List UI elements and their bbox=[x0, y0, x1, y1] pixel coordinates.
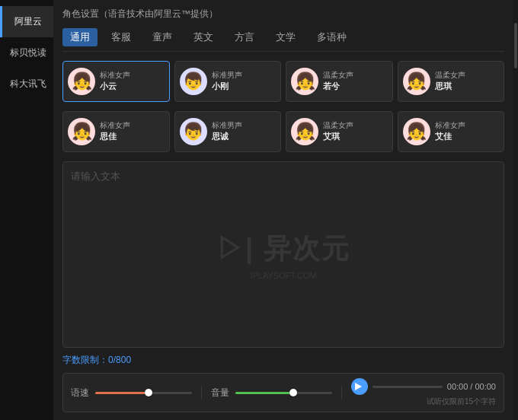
avatar-sicheng: 👦 bbox=[180, 118, 207, 145]
sidebar-item-biaobeiyuedu[interactable]: 标贝悦读 bbox=[0, 37, 53, 68]
speed-thumb[interactable] bbox=[145, 389, 152, 396]
avatar-xiaogang: 👦 bbox=[180, 68, 207, 95]
voice-type-ruoxi: 温柔女声 bbox=[323, 70, 353, 81]
volume-fill bbox=[235, 392, 293, 394]
voice-name-xiaoyun: 小云 bbox=[100, 81, 130, 92]
voice-name-aiqi: 艾琪 bbox=[323, 131, 353, 142]
tab-child[interactable]: 童声 bbox=[145, 28, 180, 46]
tab-multilang[interactable]: 多语种 bbox=[309, 28, 354, 46]
voice-card-sijia[interactable]: 👧 标准女声 思佳 bbox=[62, 111, 170, 152]
voice-type-siqi: 温柔女声 bbox=[435, 70, 465, 81]
volume-control: 音量 bbox=[211, 387, 342, 399]
voice-card-siqi[interactable]: 👧 温柔女声 思琪 bbox=[398, 61, 505, 102]
voice-grid-row1: 👧 标准女声 小云 👦 标准男声 小刚 👧 温柔女声 若兮 bbox=[62, 61, 504, 102]
main-content: 角色设置（语音技术由阿里云™提供） 通用 客服 童声 英文 方言 文学 多语种 … bbox=[53, 0, 513, 420]
tab-english[interactable]: 英文 bbox=[186, 28, 221, 46]
avatar-siqi: 👧 bbox=[403, 68, 430, 95]
volume-slider[interactable] bbox=[235, 392, 332, 394]
text-input-area: ▷| 异次元 IPLAYSOFT.COM bbox=[62, 161, 504, 348]
avatar-xiaoyun: 👧 bbox=[68, 68, 95, 95]
section-title: 角色设置（语音技术由阿里云™提供） bbox=[62, 8, 504, 21]
scrollbar[interactable] bbox=[513, 0, 518, 420]
voice-name-aijia: 艾佳 bbox=[435, 131, 465, 142]
speed-slider[interactable] bbox=[95, 392, 192, 394]
speed-fill bbox=[95, 392, 149, 394]
voice-card-aiqi[interactable]: 👧 温柔女声 艾琪 bbox=[286, 111, 393, 152]
voice-type-xiaoyun: 标准女声 bbox=[100, 70, 130, 81]
voice-type-aiqi: 温柔女声 bbox=[323, 120, 353, 131]
avatar-sijia: 👧 bbox=[68, 118, 95, 145]
voice-card-aijia[interactable]: 👧 标准女声 艾佳 bbox=[398, 111, 505, 152]
voice-type-sijia: 标准女声 bbox=[100, 120, 130, 131]
volume-label: 音量 bbox=[211, 387, 229, 399]
voice-name-ruoxi: 若兮 bbox=[323, 81, 353, 92]
tab-dialect[interactable]: 方言 bbox=[227, 28, 262, 46]
bottom-controls: 语速 音量 00:00 / 00:00 试听仅限前15个字符 bbox=[62, 373, 504, 412]
avatar-aiqi: 👧 bbox=[291, 118, 318, 145]
sidebar: 阿里云 标贝悦读 科大讯飞 bbox=[0, 0, 53, 420]
voice-card-xiaoyun[interactable]: 👧 标准女声 小云 bbox=[62, 61, 170, 102]
voice-type-sicheng: 标准男声 bbox=[212, 120, 242, 131]
voice-name-xiaogang: 小刚 bbox=[212, 81, 242, 92]
speed-label: 语速 bbox=[71, 387, 89, 399]
playback-hint: 试听仅限前15个字符 bbox=[427, 396, 496, 407]
playback-row: 00:00 / 00:00 bbox=[351, 378, 497, 395]
voice-card-xiaogang[interactable]: 👦 标准男声 小刚 bbox=[174, 61, 282, 102]
voice-grid-row2: 👧 标准女声 思佳 👦 标准男声 思诚 👧 温柔女声 艾琪 bbox=[62, 111, 504, 152]
voice-type-aijia: 标准女声 bbox=[435, 120, 465, 131]
playback-group: 00:00 / 00:00 试听仅限前15个字符 bbox=[351, 378, 497, 407]
playback-time: 00:00 / 00:00 bbox=[447, 382, 496, 391]
voice-type-xiaogang: 标准男声 bbox=[212, 70, 242, 81]
voice-name-siqi: 思琪 bbox=[435, 81, 465, 92]
voice-card-ruoxi[interactable]: 👧 温柔女声 若兮 bbox=[286, 61, 393, 102]
play-button[interactable] bbox=[351, 378, 368, 395]
avatar-aijia: 👧 bbox=[403, 118, 430, 145]
text-input[interactable] bbox=[63, 162, 504, 347]
scrollbar-thumb[interactable] bbox=[514, 23, 517, 68]
tab-general[interactable]: 通用 bbox=[62, 28, 98, 46]
volume-thumb[interactable] bbox=[289, 389, 297, 396]
speed-control: 语速 bbox=[71, 387, 202, 399]
sidebar-item-aliyun[interactable]: 阿里云 bbox=[0, 6, 53, 37]
tab-customer[interactable]: 客服 bbox=[104, 28, 139, 46]
voice-card-sicheng[interactable]: 👦 标准男声 思诚 bbox=[174, 111, 282, 152]
char-count: 字数限制：0/800 bbox=[62, 354, 504, 367]
voice-name-sijia: 思佳 bbox=[100, 131, 130, 142]
avatar-ruoxi: 👧 bbox=[291, 68, 318, 95]
playback-slider[interactable] bbox=[373, 386, 443, 388]
tabs-bar: 通用 客服 童声 英文 方言 文学 多语种 bbox=[62, 28, 504, 52]
sidebar-item-keda[interactable]: 科大讯飞 bbox=[0, 68, 53, 100]
tab-literature[interactable]: 文学 bbox=[268, 28, 303, 46]
voice-name-sicheng: 思诚 bbox=[212, 131, 242, 142]
